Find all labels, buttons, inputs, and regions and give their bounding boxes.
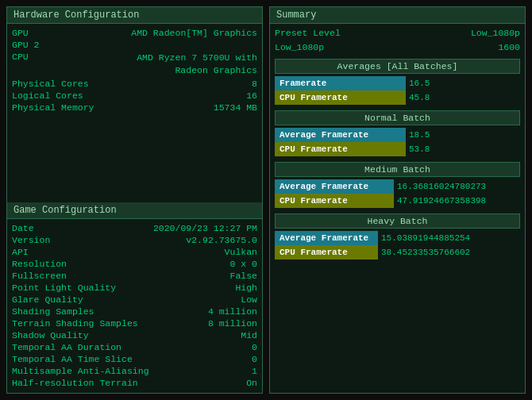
avg-framerate-value: 16.5 (409, 79, 430, 88)
gpu2-row: GPU 2 (12, 39, 257, 51)
terrain-shading-label: Terrain Shading Samples (12, 318, 138, 329)
msaa-row: Multisample Anti-Aliasing 1 (12, 365, 257, 377)
glare-value: Low (241, 294, 257, 305)
glare-label: Glare Quality (12, 294, 83, 305)
medium-cpu-value: 47.91924667358398 (397, 196, 486, 206)
preset2-value: 1600 (498, 42, 520, 52)
hardware-content: GPU AMD Radeon[TM] Graphics GPU 2 CPU AM… (7, 24, 262, 198)
normal-framerate-value: 18.5 (409, 130, 430, 140)
date-label: Date (12, 223, 34, 233)
msaa-label: Multisample Anti-Aliasing (12, 366, 149, 376)
temporal-timeslice-label: Temporal AA Time Slice (12, 354, 133, 364)
preset2-label: Low_1080p (275, 42, 324, 52)
normal-cpu-bar: CPU Framerate (275, 142, 406, 156)
version-row: Version v2.92.73675.0 (12, 234, 257, 246)
date-value: 2020/09/23 12:27 PM (153, 223, 257, 233)
point-light-value: High (235, 283, 257, 293)
version-value: v2.92.73675.0 (186, 235, 257, 245)
half-res-value: On (246, 378, 257, 388)
heavy-framerate-bar-label: Average Framerate (279, 233, 368, 243)
medium-framerate-row: Average Framerate 16.36816024780273 (275, 179, 520, 194)
physical-cores-row: Physical Cores 8 (12, 78, 257, 90)
shadow-row: Shadow Quality Mid (12, 329, 257, 341)
medium-framerate-value: 16.36816024780273 (397, 182, 486, 191)
cpu-value: AMD Ryzen 7 5700U withRadeon Graphics (137, 52, 257, 77)
physical-memory-value: 15734 MB (214, 102, 257, 113)
resolution-label: Resolution (12, 259, 67, 269)
temporal-duration-label: Temporal AA Duration (12, 342, 121, 352)
normal-label: Normal Batch (275, 110, 520, 125)
gpu2-label: GPU 2 (12, 40, 40, 50)
shading-value: 4 million (208, 306, 257, 317)
heavy-cpu-value: 38.45233535766602 (381, 248, 470, 257)
glare-row: Glare Quality Low (12, 294, 257, 306)
normal-cpu-row: CPU Framerate 53.8 (275, 142, 520, 156)
heavy-framerate-row: Average Framerate 15.03891944885254 (275, 231, 520, 245)
summary-content: Preset Level Low_1080p Low_1080p 1600 Av… (270, 24, 525, 263)
fullscreen-row: Fullscreen False (12, 270, 257, 282)
msaa-value: 1 (252, 366, 257, 376)
preset-row-2: Low_1080p 1600 (275, 41, 520, 53)
normal-section: Normal Batch Average Framerate 18.5 CPU … (275, 110, 520, 156)
left-panel: Hardware Configuration GPU AMD Radeon[TM… (6, 6, 263, 394)
avg-framerate-bar: Framerate (275, 76, 406, 90)
heavy-cpu-bar: CPU Framerate (275, 245, 378, 260)
game-header: Game Configuration (7, 202, 262, 219)
terrain-shading-value: 8 million (208, 318, 257, 329)
summary-header: Summary (270, 7, 525, 24)
physical-memory-row: Physical Memory 15734 MB (12, 102, 257, 113)
gpu-row: GPU AMD Radeon[TM] Graphics (12, 27, 257, 39)
preset-row-1: Preset Level Low_1080p (275, 27, 520, 39)
api-label: API (12, 247, 29, 257)
api-value: Vulkan (225, 247, 257, 257)
temporal-timeslice-value: 0 (252, 354, 257, 364)
fullscreen-value: False (229, 271, 257, 281)
avg-cpu-value: 45.8 (409, 93, 430, 102)
resolution-row: Resolution 0 x 0 (12, 258, 257, 270)
preset-value: Low_1080p (471, 28, 520, 38)
normal-cpu-value: 53.8 (409, 144, 430, 154)
medium-cpu-bar-label: CPU Framerate (279, 196, 348, 206)
shadow-value: Mid (241, 330, 257, 340)
half-res-row: Half-resolution Terrain On (12, 377, 257, 389)
temporal-duration-row: Temporal AA Duration 0 (12, 341, 257, 353)
fullscreen-label: Fullscreen (12, 271, 67, 281)
shading-label: Shading Samples (12, 306, 94, 317)
gpu-label: GPU (12, 28, 29, 38)
game-content: Date 2020/09/23 12:27 PM Version v2.92.7… (7, 219, 262, 393)
resolution-value: 0 x 0 (229, 259, 257, 269)
heavy-framerate-bar: Average Framerate (275, 231, 378, 245)
shading-row: Shading Samples 4 million (12, 306, 257, 317)
date-row: Date 2020/09/23 12:27 PM (12, 222, 257, 234)
gpu-value: AMD Radeon[TM] Graphics (131, 28, 257, 38)
logical-cores-value: 16 (246, 90, 257, 101)
physical-memory-label: Physical Memory (12, 102, 94, 113)
heavy-section: Heavy Batch Average Framerate 15.0389194… (275, 213, 520, 260)
logical-cores-label: Logical Cores (12, 90, 83, 101)
summary-panel: Summary Preset Level Low_1080p Low_1080p… (269, 6, 526, 394)
cpu-label: CPU (12, 52, 29, 62)
medium-cpu-row: CPU Framerate 47.91924667358398 (275, 194, 520, 208)
avg-cpu-bar-label: CPU Framerate (279, 93, 348, 102)
medium-label: Medium Batch (275, 162, 520, 177)
avg-cpu-row: CPU Framerate 45.8 (275, 90, 520, 105)
avg-cpu-bar: CPU Framerate (275, 90, 406, 105)
temporal-timeslice-row: Temporal AA Time Slice 0 (12, 353, 257, 365)
physical-cores-label: Physical Cores (12, 79, 89, 89)
point-light-label: Point Light Quality (12, 283, 116, 293)
api-row: API Vulkan (12, 246, 257, 258)
preset-label: Preset Level (275, 28, 341, 38)
medium-framerate-bar-label: Average Framerate (279, 182, 368, 191)
terrain-shading-row: Terrain Shading Samples 8 million (12, 317, 257, 329)
heavy-cpu-row: CPU Framerate 38.45233535766602 (275, 245, 520, 260)
hardware-header: Hardware Configuration (7, 7, 262, 24)
medium-cpu-bar: CPU Framerate (275, 194, 394, 208)
normal-cpu-bar-label: CPU Framerate (279, 144, 348, 154)
heavy-label: Heavy Batch (275, 213, 520, 229)
averages-label: Averages [All Batches] (275, 59, 520, 74)
point-light-row: Point Light Quality High (12, 282, 257, 294)
half-res-label: Half-resolution Terrain (12, 378, 138, 388)
shadow-label: Shadow Quality (12, 330, 89, 340)
normal-framerate-bar-label: Average Framerate (279, 130, 368, 140)
app-container: Hardware Configuration GPU AMD Radeon[TM… (0, 0, 532, 400)
